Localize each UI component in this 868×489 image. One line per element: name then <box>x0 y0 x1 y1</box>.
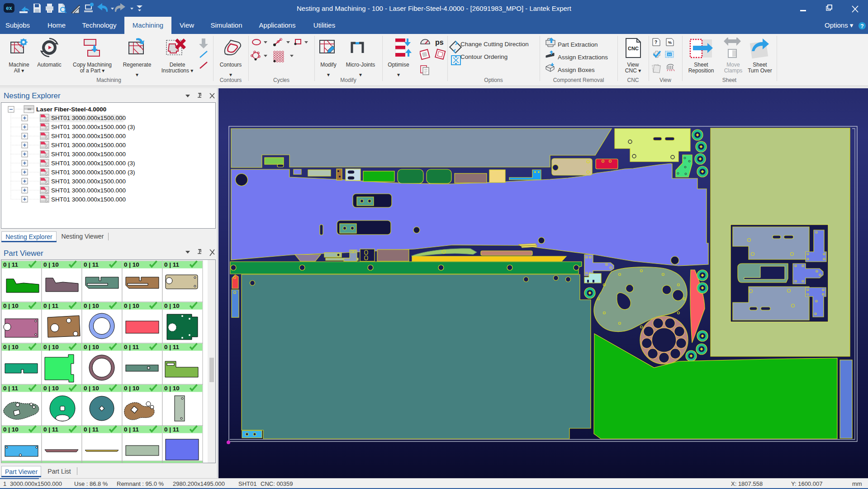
svg-text:0 | 11: 0 | 11 <box>124 344 139 350</box>
svg-text:0 | 11: 0 | 11 <box>43 426 59 433</box>
svg-text:0 | 10: 0 | 10 <box>84 344 99 350</box>
svg-text:0 | 11: 0 | 11 <box>3 261 19 268</box>
svg-text:CNC: CNC <box>628 46 639 51</box>
svg-text:0 | 11: 0 | 11 <box>164 261 180 268</box>
svg-text:SHT01 3000.000x1500.000: SHT01 3000.000x1500.000 <box>51 187 126 194</box>
svg-text:0 | 10: 0 | 10 <box>43 261 59 268</box>
svg-text:0 | 10: 0 | 10 <box>124 385 139 392</box>
svg-text:SHT01 3000.000x1500.000 (3): SHT01 3000.000x1500.000 (3) <box>51 124 135 130</box>
svg-text:0 | 11: 0 | 11 <box>124 426 139 433</box>
svg-text:0 | 10: 0 | 10 <box>124 302 139 309</box>
svg-text:SHT01 3000.000x1500.000: SHT01 3000.000x1500.000 <box>51 142 126 149</box>
svg-text:%: % <box>668 40 672 45</box>
svg-text:SHT01 3000.000x1500.000: SHT01 3000.000x1500.000 <box>51 178 126 185</box>
svg-text:0 | 11: 0 | 11 <box>43 302 59 309</box>
svg-text:SHT01 3000.000x1500.000: SHT01 3000.000x1500.000 <box>51 151 126 158</box>
svg-text:SHT01 3000.000x1500.000: SHT01 3000.000x1500.000 <box>51 196 126 203</box>
svg-text:0 | 10: 0 | 10 <box>3 426 19 433</box>
svg-text:Laser Fiber-Steel-4.0000: Laser Fiber-Steel-4.0000 <box>36 106 106 113</box>
svg-text:SHT01 3000.000x1500.000: SHT01 3000.000x1500.000 <box>51 115 126 121</box>
svg-text:ps: ps <box>435 38 444 46</box>
svg-text:?: ? <box>655 40 657 45</box>
svg-text:?: ? <box>860 23 863 29</box>
svg-text:0 | 10: 0 | 10 <box>43 385 59 392</box>
svg-text:0 | 10: 0 | 10 <box>3 344 19 350</box>
svg-text:0 | 10: 0 | 10 <box>164 302 180 309</box>
svg-text:SHT01 3000.000x1500.000: SHT01 3000.000x1500.000 <box>51 133 126 139</box>
svg-text:SHT01 3000.000x1500.000 (3): SHT01 3000.000x1500.000 (3) <box>51 169 135 176</box>
svg-text:0 | 10: 0 | 10 <box>84 302 99 309</box>
svg-text:0 | 11: 0 | 11 <box>84 261 99 268</box>
svg-text:0 | 10: 0 | 10 <box>164 385 180 392</box>
svg-text:0 | 11: 0 | 11 <box>3 385 19 392</box>
svg-text:0 | 10: 0 | 10 <box>43 344 59 350</box>
svg-text:0 | 10: 0 | 10 <box>3 302 19 309</box>
svg-text:0 | 11: 0 | 11 <box>84 426 99 433</box>
svg-text:ex: ex <box>6 5 12 11</box>
svg-text:0 | 11: 0 | 11 <box>164 426 180 433</box>
svg-text:0 | 11: 0 | 11 <box>164 344 180 350</box>
svg-text:SHT01 3000.000x1500.000 (3): SHT01 3000.000x1500.000 (3) <box>51 160 135 167</box>
svg-text:H: H <box>668 53 671 57</box>
svg-text:0 | 10: 0 | 10 <box>84 385 99 392</box>
svg-text:0 | 10: 0 | 10 <box>124 261 139 268</box>
